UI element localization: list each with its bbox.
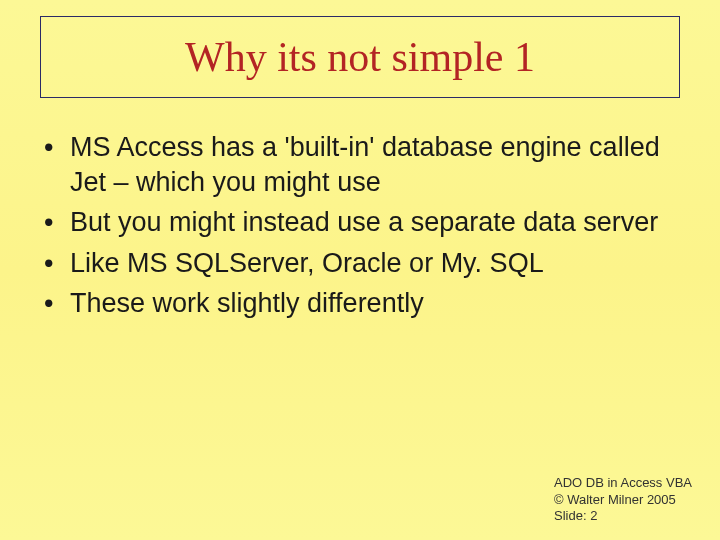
title-box: Why its not simple 1 [40, 16, 680, 98]
slide: Why its not simple 1 MS Access has a 'bu… [0, 0, 720, 540]
slide-body: MS Access has a 'built-in' database engi… [36, 130, 684, 327]
list-item: These work slightly differently [36, 286, 684, 321]
list-item: Like MS SQLServer, Oracle or My. SQL [36, 246, 684, 281]
slide-title: Why its not simple 1 [185, 33, 535, 81]
slide-footer: ADO DB in Access VBA © Walter Milner 200… [554, 475, 692, 524]
bullet-list: MS Access has a 'built-in' database engi… [36, 130, 684, 321]
list-item: But you might instead use a separate dat… [36, 205, 684, 240]
footer-line-3: Slide: 2 [554, 508, 692, 524]
footer-line-1: ADO DB in Access VBA [554, 475, 692, 491]
footer-line-2: © Walter Milner 2005 [554, 492, 692, 508]
list-item: MS Access has a 'built-in' database engi… [36, 130, 684, 199]
